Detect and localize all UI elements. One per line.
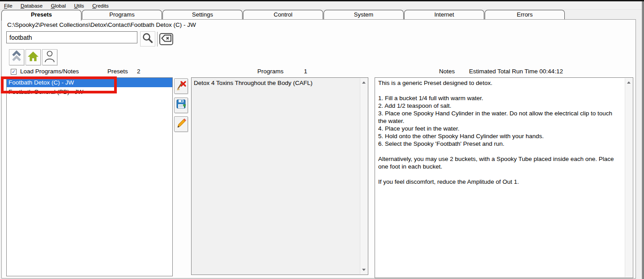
edit-preset-button[interactable]: [174, 116, 188, 132]
annotation-red-box: [1, 76, 117, 93]
program-list-scrollbar[interactable]: [360, 78, 367, 274]
tab-bar: Presets Programs Settings Control System…: [1, 10, 565, 20]
person-icon: [44, 50, 55, 64]
floppy-save-icon: [176, 99, 187, 112]
preset-list: Footbath Detox (C) - JW Footbath General…: [6, 77, 173, 276]
program-list: Detox 4 Toxins Throughout the Body (CAFL…: [191, 77, 368, 275]
clear-search-button[interactable]: [159, 33, 173, 45]
preset-path-breadcrumb: C:\Spooky2\Preset Collections\Detox\Cont…: [7, 21, 196, 28]
tab-programs[interactable]: Programs: [82, 10, 162, 20]
search-button[interactable]: [140, 31, 155, 46]
scroll-down-icon[interactable]: [362, 269, 366, 271]
notes-header: Notes: [439, 68, 455, 75]
collapse-tree-button[interactable]: [9, 49, 24, 65]
window-right-edge: [642, 1, 644, 279]
notes-text[interactable]: This is a generic Preset designed to det…: [375, 78, 625, 278]
notes-panel: This is a generic Preset designed to det…: [375, 77, 633, 278]
search-icon: [142, 32, 154, 46]
programs-count: 1: [304, 68, 307, 75]
presets-header: Presets: [107, 68, 128, 75]
programs-header: Programs: [257, 68, 284, 75]
load-programs-notes-checkbox[interactable]: ✓: [11, 69, 17, 75]
presets-count: 2: [137, 68, 141, 75]
tab-errors[interactable]: Errors: [485, 10, 565, 20]
pencil-edit-icon: [176, 118, 187, 131]
estimated-run-time: Estimated Total Run Time 00:44:12: [469, 68, 563, 75]
notes-scrollbar[interactable]: [625, 78, 632, 277]
home-icon: [27, 51, 39, 64]
tab-settings[interactable]: Settings: [162, 10, 243, 20]
menu-utils[interactable]: Utils: [71, 2, 87, 10]
menu-bar: File Database Global Utils Credits: [0, 1, 642, 10]
tab-presets[interactable]: Presets: [1, 10, 81, 21]
save-preset-button[interactable]: [174, 97, 188, 113]
toolbar-separator: [157, 32, 158, 46]
clear-preset-button[interactable]: [174, 78, 188, 94]
menu-global[interactable]: Global: [48, 2, 69, 10]
run-time-label: Estimated Total Run Time: [469, 68, 538, 75]
tab-system[interactable]: System: [324, 10, 404, 20]
tab-control[interactable]: Control: [243, 10, 323, 20]
load-programs-notes-label: Load Programs/Notes: [20, 68, 79, 75]
tab-internet[interactable]: Internet: [404, 10, 484, 20]
broom-clear-icon: [176, 80, 187, 93]
menu-file[interactable]: File: [1, 2, 16, 10]
search-input[interactable]: [6, 31, 137, 43]
backspace-icon: [161, 34, 172, 44]
run-time-value: 00:44:12: [539, 68, 563, 75]
menu-credits[interactable]: Credits: [90, 2, 112, 10]
scroll-up-icon[interactable]: [627, 81, 631, 84]
double-chevron-up-icon: [11, 50, 22, 64]
home-button[interactable]: [26, 49, 41, 65]
menu-database[interactable]: Database: [18, 2, 46, 10]
profile-button[interactable]: [42, 49, 57, 65]
scroll-up-icon[interactable]: [362, 81, 366, 84]
program-list-item[interactable]: Detox 4 Toxins Throughout the Body (CAFL…: [192, 78, 368, 87]
